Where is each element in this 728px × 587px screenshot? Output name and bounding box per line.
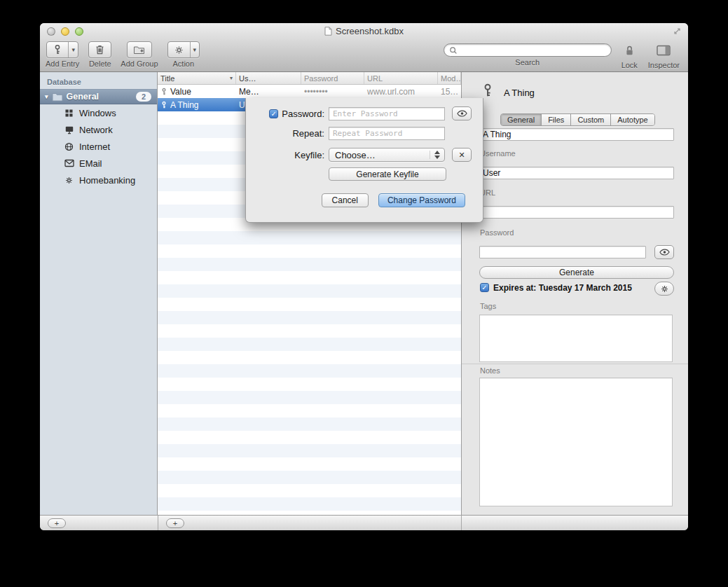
close-button[interactable] [47, 27, 55, 36]
bottom-bar: + + [40, 515, 688, 530]
popup-stepper-icon [430, 151, 440, 159]
password-field[interactable] [479, 246, 646, 258]
inspector-tabs: General Files Custom Autotype [500, 113, 655, 126]
sheet-repeat-label: Repeat: [292, 128, 324, 139]
sheet-password-label: Password: [282, 109, 324, 119]
sheet-show-password-button[interactable] [452, 106, 472, 120]
sheet-keyfile-label: Keyfile: [294, 150, 324, 160]
column-header-title[interactable]: Title ▾ [158, 72, 236, 84]
toolbar: ▾ Add Entry Delete Add Group [40, 39, 688, 69]
cancel-button[interactable]: Cancel [322, 193, 369, 207]
url-field[interactable] [479, 206, 674, 219]
show-password-button[interactable] [654, 245, 674, 259]
add-group-footer-button[interactable]: + [48, 518, 66, 528]
sidebar-item-windows[interactable]: Windows [40, 104, 157, 121]
key-icon [160, 88, 167, 96]
notes-field[interactable] [479, 378, 673, 506]
column-header-modified[interactable]: Mod… [438, 72, 461, 84]
inspector-entry-title: A Thing [504, 88, 535, 98]
email-icon [64, 159, 74, 167]
trash-icon [89, 42, 111, 57]
tab-custom[interactable]: Custom [571, 114, 611, 125]
minimize-button[interactable] [61, 27, 69, 36]
generate-password-button[interactable]: Generate [479, 266, 674, 279]
network-icon [64, 125, 74, 134]
sheet-repeat-input[interactable] [329, 127, 445, 140]
sidebar-item-internet[interactable]: Internet [40, 138, 157, 155]
sidebar-item-network[interactable]: Network [40, 121, 157, 138]
inspector-panel-icon [652, 41, 675, 60]
inspector-divider [462, 364, 688, 364]
delete-button[interactable]: Delete [88, 41, 111, 68]
entry-list-header: Title ▾ Us… Password URL Mod… [158, 72, 461, 85]
window-title: Screenshot.kdbx [324, 26, 404, 36]
key-icon [481, 83, 494, 98]
column-header-url[interactable]: URL [364, 72, 438, 84]
expires-label: Expires at: Tuesday 17 March 2015 [493, 283, 632, 293]
title-field[interactable] [479, 128, 674, 141]
entry-row-value[interactable]: Value Me… •••••••• www.url.com 15… [158, 85, 461, 98]
footer-divider [158, 516, 158, 530]
generate-keyfile-button[interactable]: Generate Keyfile [329, 167, 446, 181]
eye-icon [659, 249, 670, 256]
fullscreen-icon[interactable] [673, 27, 681, 35]
search-field[interactable] [444, 43, 612, 57]
username-field[interactable] [479, 167, 674, 179]
inspector-panel: A Thing General Files Custom Autotype Us… [461, 72, 688, 515]
sort-indicator-icon: ▾ [228, 75, 233, 81]
change-password-sheet: Password: Repeat: Keyfile: Choose… ✕ Gen… [245, 98, 483, 223]
footer-divider [461, 516, 462, 530]
key-icon [160, 101, 167, 109]
tab-files[interactable]: Files [542, 114, 571, 125]
search-input[interactable] [460, 46, 606, 55]
column-header-password[interactable]: Password [301, 72, 364, 84]
sheet-password-input[interactable] [329, 107, 445, 120]
add-entry-button[interactable]: ▾ Add Entry [46, 41, 79, 68]
sidebar-header: Database [40, 72, 157, 89]
clear-keyfile-button[interactable]: ✕ [452, 148, 472, 162]
windows-icon [64, 109, 74, 118]
zoom-button[interactable] [75, 27, 83, 36]
expiry-gear-button[interactable] [654, 282, 674, 296]
sidebar-group-general[interactable]: ▾ General 2 [40, 89, 157, 104]
group-badge: 2 [136, 92, 151, 102]
app-window: Screenshot.kdbx ▾ Add Entry Del [40, 23, 688, 530]
gear-icon [660, 284, 669, 294]
set-password-checkbox[interactable] [269, 109, 278, 118]
eye-icon [457, 110, 467, 117]
window-chrome: Screenshot.kdbx ▾ Add Entry Del [40, 23, 688, 72]
tags-field[interactable] [479, 315, 673, 362]
folder-icon [52, 92, 63, 102]
lock-icon [620, 41, 639, 60]
folder-plus-icon [128, 42, 151, 57]
titlebar[interactable]: Screenshot.kdbx [40, 23, 688, 39]
key-icon [47, 42, 68, 57]
change-password-button[interactable]: Change Password [378, 193, 465, 207]
search-area: Search [444, 43, 612, 67]
action-button[interactable]: ▾ Action [167, 41, 200, 68]
column-header-username[interactable]: Us… [236, 72, 301, 84]
homebanking-icon [64, 176, 74, 185]
internet-icon [64, 142, 74, 151]
disclosure-triangle-icon[interactable]: ▾ [45, 93, 48, 100]
tags-label: Tags [480, 302, 496, 310]
tab-autotype[interactable]: Autotype [611, 114, 654, 125]
password-label: Password [480, 228, 514, 237]
add-entry-footer-button[interactable]: + [166, 518, 184, 528]
lock-button[interactable]: Lock [620, 41, 639, 69]
sidebar-item-email[interactable]: EMail [40, 155, 157, 172]
close-icon: ✕ [458, 151, 465, 160]
gear-icon [168, 42, 190, 57]
expires-checkbox[interactable] [480, 283, 489, 292]
tab-general[interactable]: General [501, 114, 542, 125]
keyfile-popup[interactable]: Choose… [329, 148, 445, 162]
sidebar-item-homebanking[interactable]: Homebanking [40, 172, 157, 188]
chevron-down-icon[interactable]: ▾ [68, 42, 78, 57]
document-icon[interactable] [324, 27, 332, 36]
inspector-toggle-button[interactable]: Inspector [648, 41, 680, 69]
sidebar: Database ▾ General 2 Windows Network [40, 72, 158, 515]
add-group-button[interactable]: Add Group [121, 41, 158, 68]
traffic-lights [47, 27, 83, 36]
username-label: Username [480, 149, 516, 158]
chevron-down-icon[interactable]: ▾ [190, 42, 200, 57]
